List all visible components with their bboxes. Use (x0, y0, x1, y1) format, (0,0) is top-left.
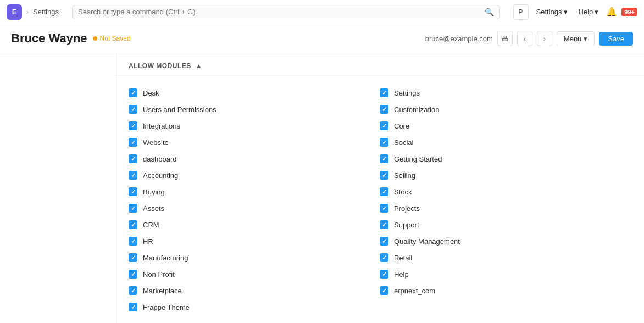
module-item[interactable]: Projects (380, 200, 631, 216)
module-checkbox[interactable] (129, 204, 137, 213)
module-label: HR (143, 237, 153, 246)
modules-right-col: SettingsCustomizationCoreSocialGetting S… (380, 85, 631, 315)
not-saved-badge: Not Saved (93, 35, 131, 42)
module-item[interactable]: Customization (380, 101, 631, 118)
module-item[interactable]: Getting Started (380, 151, 631, 167)
module-item[interactable]: Accounting (129, 167, 380, 183)
module-label: Users and Permissions (143, 105, 216, 114)
module-label: Customization (394, 105, 439, 114)
module-item[interactable]: Help (380, 266, 631, 282)
module-item[interactable]: Quality Management (380, 233, 631, 249)
module-checkbox[interactable] (380, 121, 388, 130)
module-item[interactable]: Support (380, 216, 631, 233)
settings-chevron-icon: ▾ (564, 8, 568, 16)
module-item[interactable]: HR (129, 233, 380, 249)
modules-grid: DeskUsers and PermissionsIntegrationsWeb… (115, 76, 644, 323)
module-item[interactable]: Desk (129, 85, 380, 101)
module-checkbox[interactable] (380, 154, 388, 163)
module-checkbox[interactable] (129, 270, 137, 279)
module-checkbox[interactable] (129, 303, 137, 311)
module-checkbox[interactable] (380, 270, 388, 279)
module-checkbox[interactable] (129, 171, 137, 180)
module-item[interactable]: Selling (380, 167, 631, 183)
search-input[interactable] (78, 8, 481, 16)
module-checkbox[interactable] (129, 237, 137, 246)
sidebar (0, 53, 115, 323)
module-checkbox[interactable] (380, 237, 388, 246)
prev-icon[interactable]: ‹ (517, 31, 532, 46)
module-checkbox[interactable] (129, 187, 137, 196)
module-checkbox[interactable] (380, 88, 388, 97)
module-item[interactable]: CRM (129, 216, 380, 233)
module-item[interactable]: Manufacturing (129, 249, 380, 266)
module-label: Stock (394, 188, 412, 196)
module-label: Integrations (143, 122, 180, 130)
section-collapse-icon[interactable]: ▲ (196, 62, 202, 70)
module-label: Settings (394, 89, 420, 97)
module-checkbox[interactable] (129, 220, 137, 229)
section-label: ALLOW MODULES (129, 62, 191, 70)
module-checkbox[interactable] (380, 171, 388, 180)
module-label: dashboard (143, 155, 176, 163)
module-item[interactable]: Assets (129, 200, 380, 216)
module-item[interactable]: Stock (380, 183, 631, 200)
user-email: bruce@example.com (425, 35, 493, 43)
module-checkbox[interactable] (129, 105, 137, 114)
module-checkbox[interactable] (380, 105, 388, 114)
module-item[interactable]: erpnext_com (380, 282, 631, 299)
breadcrumb-label: Settings (33, 8, 59, 16)
page-title: Bruce Wayne (11, 31, 87, 46)
module-item[interactable]: Integrations (129, 118, 380, 134)
top-nav: E › Settings 🔍 P Settings ▾ Help ▾ 🔔 99+ (0, 0, 644, 24)
module-label: erpnext_com (394, 287, 435, 295)
module-checkbox[interactable] (380, 220, 388, 229)
module-item[interactable]: Website (129, 134, 380, 151)
settings-nav-button[interactable]: Settings ▾ (533, 5, 571, 18)
module-item[interactable]: Buying (129, 183, 380, 200)
module-item[interactable]: Core (380, 118, 631, 134)
module-checkbox[interactable] (129, 88, 137, 97)
save-button[interactable]: Save (599, 32, 633, 46)
module-label: Frappe Theme (143, 303, 190, 311)
breadcrumb-separator: › (26, 8, 29, 16)
app-icon[interactable]: E (7, 4, 22, 20)
search-icon: 🔍 (485, 8, 494, 16)
module-item[interactable]: Non Profit (129, 266, 380, 282)
module-label: Assets (143, 204, 164, 213)
module-checkbox[interactable] (129, 253, 137, 262)
module-item[interactable]: Settings (380, 85, 631, 101)
module-checkbox[interactable] (380, 204, 388, 213)
module-label: Buying (143, 188, 165, 196)
module-checkbox[interactable] (129, 286, 137, 295)
module-checkbox[interactable] (380, 138, 388, 147)
next-icon[interactable]: › (537, 31, 552, 46)
modules-left-col: DeskUsers and PermissionsIntegrationsWeb… (129, 85, 380, 315)
page-header: Bruce Wayne Not Saved bruce@example.com … (0, 24, 644, 53)
module-label: Social (394, 138, 413, 147)
module-item[interactable]: Retail (380, 249, 631, 266)
notifications-bell-icon[interactable]: 🔔 (606, 7, 617, 17)
module-checkbox[interactable] (380, 187, 388, 196)
module-checkbox[interactable] (380, 286, 388, 295)
menu-button[interactable]: Menu ▾ (557, 31, 595, 46)
module-label: Core (394, 122, 409, 130)
search-bar[interactable]: 🔍 (72, 5, 500, 19)
print-icon[interactable]: 🖶 (497, 31, 513, 46)
module-label: Help (394, 270, 409, 279)
module-checkbox[interactable] (129, 154, 137, 163)
main-content: ALLOW MODULES ▲ DeskUsers and Permission… (115, 53, 644, 323)
module-item[interactable]: dashboard (129, 151, 380, 167)
module-item[interactable]: Marketplace (129, 282, 380, 299)
module-checkbox[interactable] (129, 138, 137, 147)
module-label: Selling (394, 171, 415, 180)
help-nav-button[interactable]: Help ▾ (575, 5, 602, 18)
module-checkbox[interactable] (380, 253, 388, 262)
profile-button[interactable]: P (513, 4, 529, 20)
module-checkbox[interactable] (129, 121, 137, 130)
content-area: ALLOW MODULES ▲ DeskUsers and Permission… (0, 53, 644, 323)
module-label: Retail (394, 254, 412, 262)
module-item[interactable]: Users and Permissions (129, 101, 380, 118)
module-item[interactable]: Social (380, 134, 631, 151)
module-item[interactable]: Frappe Theme (129, 299, 380, 315)
module-label: Accounting (143, 171, 178, 180)
